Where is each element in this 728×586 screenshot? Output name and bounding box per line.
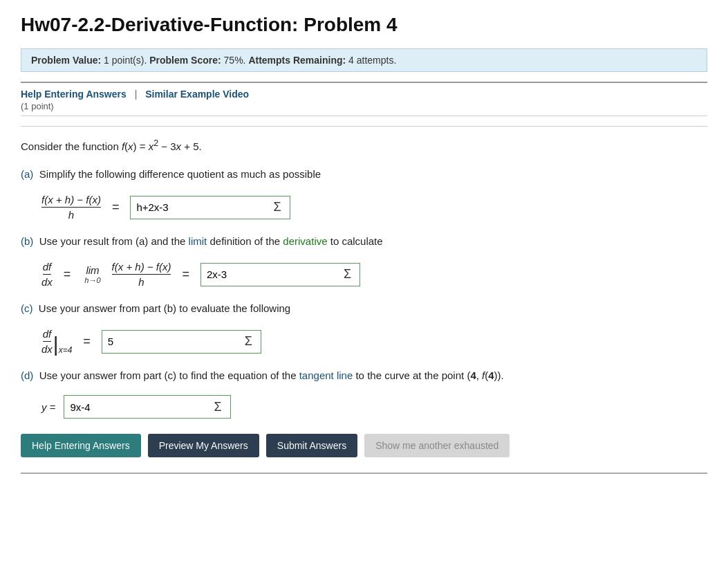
part-a-label: (a) [21, 168, 33, 180]
problem-value-label: Problem Value: [31, 55, 101, 66]
problem-value: 1 point(s). [104, 55, 147, 66]
part-d-label: (d) [21, 369, 33, 381]
page-title: Hw07-2.2-Derivative-Function: Problem 4 [21, 14, 707, 36]
part-a-input[interactable] [136, 201, 268, 213]
divider-1 [21, 126, 707, 127]
part-d-math: y = Σ [41, 395, 707, 419]
part-c-text: (c) Use your answer from part (b) to eva… [21, 300, 707, 317]
difference-quotient-fraction: f(x + h) − f(x) h [41, 194, 101, 221]
part-b-input[interactable] [207, 268, 338, 280]
part-c-answer-box[interactable]: Σ [102, 330, 261, 354]
part-a-answer-box[interactable]: Σ [130, 196, 290, 219]
part-b-text: (b) Use your result from (a) and the lim… [21, 233, 707, 250]
problem-score-label: Problem Score: [149, 55, 221, 66]
df-dx-block: df dx [41, 261, 53, 288]
section-header: Help Entering Answers | Similar Example … [21, 82, 707, 116]
info-bar: Problem Value: 1 point(s). Problem Score… [21, 48, 707, 72]
help-entering-button[interactable]: Help Entering Answers [21, 434, 141, 457]
part-d-answer-box[interactable]: Σ [64, 395, 230, 419]
y-equals-label: y = [41, 401, 55, 413]
eval-expression: df dx | x=4 [41, 328, 72, 355]
preview-button[interactable]: Preview My Answers [148, 434, 259, 457]
problem-statement: Consider the function f(x) = x2 − 3x + 5… [21, 136, 707, 155]
part-c-label: (c) [21, 302, 33, 314]
problem-score: 75%. [224, 55, 246, 66]
button-row: Help Entering Answers Preview My Answers… [21, 434, 707, 457]
bottom-divider [21, 473, 707, 474]
part-b-label: (b) [21, 235, 33, 247]
part-b-sigma-button[interactable]: Σ [341, 267, 354, 282]
part-b-fraction: f(x + h) − f(x) h [112, 261, 171, 288]
part-b-answer-box[interactable]: Σ [200, 263, 360, 286]
similar-video-link[interactable]: Similar Example Video [145, 89, 249, 100]
part-d-sigma-button[interactable]: Σ [211, 400, 224, 414]
part-d-input[interactable] [70, 401, 208, 413]
attempts-remaining: 4 attempts. [348, 55, 396, 66]
show-another-button: Show me another exhausted [364, 434, 510, 457]
part-a-sigma-button[interactable]: Σ [270, 200, 283, 214]
attempts-label: Attempts Remaining: [248, 55, 346, 66]
part-b-math: df dx = lim h→0 f(x + h) − f(x) h = Σ [41, 261, 707, 288]
part-c-math: df dx | x=4 = Σ [41, 328, 707, 355]
limit-block: lim h→0 [84, 264, 100, 284]
part-c-sigma-button[interactable]: Σ [242, 334, 255, 349]
part-a-text: (a) Simplify the following difference qu… [21, 166, 707, 183]
part-c-input[interactable] [108, 336, 239, 347]
submit-button[interactable]: Submit Answers [266, 434, 357, 457]
point-label: (1 point) [21, 101, 707, 111]
part-a-math: f(x + h) − f(x) h = Σ [41, 194, 707, 221]
help-entering-link[interactable]: Help Entering Answers [21, 89, 127, 100]
part-d-text: (d) Use your answer from part (c) to fin… [21, 367, 707, 384]
